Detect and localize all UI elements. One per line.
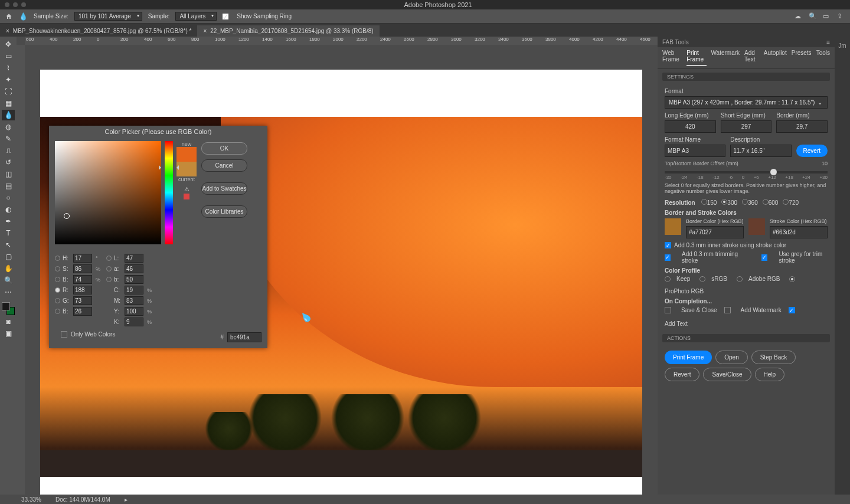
- format-name-input[interactable]: [665, 145, 725, 157]
- stroke-color-swatch[interactable]: [748, 218, 765, 235]
- color-libraries-button[interactable]: Color Libraries: [201, 205, 247, 218]
- path-tool[interactable]: ↖: [2, 240, 15, 250]
- tab-autopilot[interactable]: Autopilot: [764, 50, 787, 66]
- blur-tool[interactable]: ○: [2, 192, 15, 203]
- wand-tool[interactable]: ✦: [2, 74, 15, 85]
- gamut-icon[interactable]: [184, 194, 189, 199]
- home-icon[interactable]: [5, 13, 13, 20]
- only-web-checkbox[interactable]: [61, 331, 67, 338]
- add-swatches-button[interactable]: Add to Swatches: [201, 182, 247, 195]
- radio-g[interactable]: [55, 298, 60, 303]
- ok-button[interactable]: OK: [201, 142, 247, 155]
- share-icon[interactable]: ⇪: [837, 12, 845, 21]
- warning-icon[interactable]: ⚠: [184, 186, 189, 192]
- fg-bg-color[interactable]: [2, 302, 15, 315]
- radio-profile-prophoto-rgb[interactable]: [789, 276, 795, 282]
- border-color-swatch[interactable]: [665, 218, 681, 235]
- input-a[interactable]: [125, 264, 143, 273]
- radio-b[interactable]: [55, 277, 60, 282]
- description-input[interactable]: [730, 145, 791, 157]
- screenmode-tool[interactable]: ▣: [2, 328, 15, 339]
- radio-res-150[interactable]: [701, 199, 707, 205]
- radio-s[interactable]: [55, 266, 60, 271]
- dock-icon[interactable]: Jm: [837, 40, 848, 51]
- input-l[interactable]: [125, 254, 143, 263]
- input-k[interactable]: [125, 318, 143, 326]
- zoom-tool[interactable]: 🔍: [2, 275, 15, 286]
- radio-res-600[interactable]: [763, 199, 769, 205]
- open-button[interactable]: Open: [715, 351, 747, 364]
- add-watermark-checkbox[interactable]: [724, 307, 731, 313]
- close-icon[interactable]: ×: [203, 28, 207, 34]
- frame-tool[interactable]: ▦: [2, 98, 15, 109]
- color-field[interactable]: [55, 141, 161, 244]
- step-back-button[interactable]: Step Back: [751, 351, 796, 364]
- radio-profile-keep[interactable]: [665, 276, 671, 282]
- input-bb[interactable]: [73, 275, 92, 284]
- format-select[interactable]: MBP A3 (297 x 420mm , Border: 29.7mm : 1…: [665, 96, 828, 109]
- radio-bb[interactable]: [106, 277, 112, 282]
- input-h[interactable]: [73, 254, 92, 263]
- tab-doc-1[interactable]: ×MBP_Shouwakinenkouen_20080427_8576.jpg …: [0, 25, 197, 37]
- cancel-button[interactable]: Cancel: [201, 159, 247, 172]
- radio-bv[interactable]: [55, 309, 60, 314]
- radio-profile-srgb[interactable]: [699, 276, 705, 282]
- shape-tool[interactable]: ▢: [2, 251, 15, 262]
- dodge-tool[interactable]: ◐: [2, 204, 15, 215]
- type-tool[interactable]: T: [2, 228, 15, 238]
- status-arrow-icon[interactable]: ▸: [125, 496, 128, 503]
- tab-add-text[interactable]: Add Text: [744, 50, 759, 66]
- heal-tool[interactable]: ◍: [2, 122, 15, 132]
- radio-l[interactable]: [106, 256, 112, 261]
- input-r[interactable]: [73, 286, 92, 294]
- radio-a[interactable]: [106, 266, 112, 271]
- edit-toolbar[interactable]: ⋯: [2, 287, 15, 297]
- sample-select[interactable]: All Layers: [175, 12, 217, 21]
- short-edge-input[interactable]: [721, 120, 772, 133]
- border-color-input[interactable]: [686, 226, 744, 238]
- tab-watermark[interactable]: Watermark: [711, 50, 740, 66]
- input-g[interactable]: [73, 296, 92, 305]
- input-bv[interactable]: [73, 307, 92, 316]
- trim-stroke-checkbox[interactable]: ✓: [665, 254, 671, 261]
- input-c[interactable]: [125, 286, 143, 294]
- gradient-tool[interactable]: ▤: [2, 181, 15, 191]
- stamp-tool[interactable]: ⎍: [2, 145, 15, 156]
- history-brush-tool[interactable]: ↺: [2, 157, 15, 168]
- tab-web-frame[interactable]: Web Frame: [662, 50, 682, 66]
- search-icon[interactable]: 🔍: [809, 12, 817, 21]
- pen-tool[interactable]: ✒: [2, 216, 15, 227]
- radio-res-300[interactable]: [721, 199, 727, 205]
- print-frame-button[interactable]: Print Frame: [665, 351, 712, 364]
- long-edge-input[interactable]: [665, 120, 716, 133]
- add-text-checkbox[interactable]: ✓: [789, 307, 795, 313]
- sample-size-select[interactable]: 101 by 101 Average: [74, 12, 142, 21]
- close-icon[interactable]: ×: [6, 28, 9, 34]
- eraser-tool[interactable]: ◫: [2, 169, 15, 179]
- radio-res-720[interactable]: [783, 199, 789, 205]
- inner-stroke-checkbox[interactable]: ✓: [665, 242, 671, 248]
- quickmask-tool[interactable]: ◙: [2, 316, 15, 327]
- crop-tool[interactable]: ⛶: [2, 86, 15, 97]
- tab-presets[interactable]: Presets: [792, 50, 812, 66]
- offset-slider[interactable]: [665, 171, 828, 174]
- stroke-color-input[interactable]: [770, 226, 828, 238]
- radio-h[interactable]: [55, 256, 60, 261]
- eyedropper-tool[interactable]: 💧: [2, 110, 15, 120]
- brush-tool[interactable]: ✎: [2, 133, 15, 144]
- save-close-checkbox[interactable]: [665, 307, 671, 313]
- tab-tools[interactable]: Tools: [816, 50, 830, 66]
- radio-profile-adobe-rgb[interactable]: [737, 276, 743, 282]
- move-tool[interactable]: ✥: [2, 39, 15, 50]
- border-input[interactable]: [776, 120, 828, 133]
- input-m[interactable]: [125, 296, 143, 305]
- workspace-icon[interactable]: ▭: [823, 12, 831, 21]
- tab-doc-2[interactable]: ×22_MBP_Namibia_20170608_5D21654.jpg @ 3…: [197, 25, 379, 37]
- show-ring-checkbox[interactable]: ✓: [223, 14, 228, 19]
- tab-print-frame[interactable]: Print Frame: [686, 50, 706, 66]
- cloud-icon[interactable]: ☁: [795, 12, 803, 21]
- input-lb[interactable]: [125, 275, 143, 284]
- hex-input[interactable]: [227, 332, 261, 342]
- marquee-tool[interactable]: ▭: [2, 51, 15, 61]
- save-close-button[interactable]: Save/Close: [703, 368, 751, 381]
